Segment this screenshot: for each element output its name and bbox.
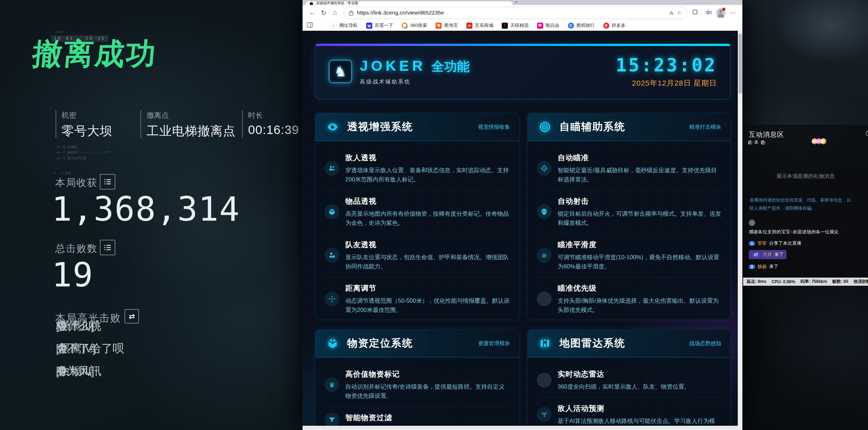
screen: - 8987 - ....... 19 93 - 20 35 撤离成功 机密 零… <box>0 0 868 430</box>
feature-title: 实时动态雷达 <box>558 369 690 379</box>
brand-logo-box: ♞ <box>329 60 352 83</box>
bookmark-hao123[interactable]: ✓ 网址导航 <box>330 22 358 29</box>
feature-aim-smoothness: ≋ 瞄准平滑度 可调节瞄准移动平滑度(10-100%)，避免不自然移动。默认设置… <box>537 233 721 277</box>
extensions-icon[interactable] <box>690 7 700 18</box>
card-module-tag: 精准打击模块 <box>689 124 721 130</box>
expand-arrows-icon <box>324 291 339 306</box>
event-action: 来了 <box>774 251 783 258</box>
page-header-card: ♞ JOKER 全功能 高级战术辅助系统 15:23:02 2025年12月28… <box>315 43 731 99</box>
kills-list-icon[interactable] <box>100 240 115 255</box>
chat-event-enter-highlight: 27 六月 来了 <box>749 250 787 259</box>
kill-rank: [白银III] <box>56 364 94 379</box>
stat-extraction-point: 撤离点 工业电梯撤离点 <box>140 110 236 138</box>
welcome-message: 感谢各位支持的宝宝~欢迎进场的各一位观众 <box>749 229 839 235</box>
360-search-icon <box>402 23 408 29</box>
bookmark-ctrip[interactable]: C 携程旅行 <box>568 22 595 29</box>
stat-label: 机密 <box>62 110 113 120</box>
address-bar[interactable]: https://link.3ceng.cn/view/d652235e A ☆ <box>344 7 687 19</box>
live-chat-panel: 互动消息区 0 0 0 0/22 0 <box>743 125 868 286</box>
back-button[interactable]: ← <box>307 7 318 18</box>
stat-mission: 机密 零号大坝 <box>56 110 113 138</box>
box-icon <box>324 204 339 219</box>
waves-icon: ≋ <box>537 248 552 263</box>
scrollbar-thumb[interactable] <box>738 34 742 94</box>
feature-auto-aim: 自动瞄准 智能锁定最近/最具威胁目标，毫秒级反应速度。支持优先级目标选择算法。 <box>537 147 721 190</box>
feature-aim-priority: 瞄准优先级 支持头部/胸部/身体优先级选择，最大化伤害输出。默认设置为头部优先模… <box>537 277 721 320</box>
stat-duration: 时长 00:16:39 <box>242 110 299 138</box>
card-radar-system: 地图雷达系统 战场态势感知 实时动态雷达 360度全向扫描，实时显示敌人、队友、… <box>527 329 731 430</box>
user-name: 杨杨 <box>758 263 767 270</box>
page-footer-strip: · · · <box>303 426 738 430</box>
skull-icon <box>537 204 552 219</box>
feature-desc: 高亮显示地图内所有有价值物资，按稀有度分类标记。传奇物品为金色，史诗为紫色。 <box>345 209 510 227</box>
feature-title: 物品透视 <box>345 196 510 206</box>
bookmarks-bar: ✓ 网址导航 百度一下 360搜索 淘 爱淘宝 JD 京东商城 <box>303 21 742 31</box>
level-badge: 1 <box>749 241 755 246</box>
brand-suffix: 全功能 <box>431 58 470 75</box>
bookmark-baidu[interactable]: 百度一下 <box>366 22 393 29</box>
bookmark-pdd[interactable]: 拼 拼多多 <box>603 22 626 29</box>
menu-icon[interactable]: ⋯ <box>728 7 738 18</box>
extraction-success-title: 撤离成功 <box>31 34 159 74</box>
feature-desc: 穿透墙体显示敌人位置、装备和状态信息，实时追踪动态。支持200米范围内所有敌人标… <box>345 165 510 184</box>
feature-desc: 锁定目标后自动开火，可调节射击频率与模式。支持单发、连发和爆发模式。 <box>558 209 721 227</box>
home-button[interactable]: ⌂ <box>329 7 341 18</box>
bookmark-360[interactable]: 360搜索 <box>402 22 427 29</box>
loot-list-icon[interactable] <box>100 174 115 190</box>
bookmark-jd[interactable]: JD 京东商城 <box>466 22 493 29</box>
map-pin-icon <box>537 335 553 351</box>
avatar <box>749 220 755 226</box>
target-icon <box>537 119 553 135</box>
date-label: 2025年12月28日 星期日 <box>616 78 717 88</box>
stream-status-bar: 延迟: 8ms CPU: 0.98% 码率: 756kb/s 帧数: 60 推流… <box>743 278 868 286</box>
new-tab-button[interactable]: + <box>512 0 521 5</box>
card-title: 透视增强系统 <box>347 120 413 134</box>
person-shield-icon <box>324 248 339 263</box>
card-loot-system: 物资定位系统 资源管理模块 ♛ 高价值物资标记 自动识别并标记传奇/史诗级装备，… <box>315 329 519 430</box>
profile-avatar[interactable] <box>716 8 725 17</box>
placeholder-circle-icon <box>537 291 552 306</box>
feature-title: 瞄准优先级 <box>558 283 721 293</box>
feature-title: 自动射击 <box>558 196 721 206</box>
read-aloud-icon[interactable]: A <box>670 10 673 16</box>
feature-desc: 支持头部/胸部/身体优先级选择，最大化伤害输出。默认设置为头部优先模式。 <box>558 296 721 314</box>
y-coordinate-tag: Y . 2.035 <box>54 172 71 175</box>
feature-enemy-prediction: 敌人活动预测 基于AI算法预测敌人移动路线与可能伏击点。学习敌人行为模 <box>537 397 721 430</box>
feature-title: 队友透视 <box>345 240 510 250</box>
feature-live-radar: 实时动态雷达 360度全向扫描，实时显示敌人、队友、物资位置。 <box>537 363 721 397</box>
feature-desc: 360度全向扫描，实时显示敌人、队友、物资位置。 <box>558 382 690 391</box>
card-vision-system: 透视增强系统 视觉情报收集 敌人透视 穿透墙体显示敌人位置、装备和状态信息，实时… <box>315 113 519 320</box>
knight-icon: ♞ <box>334 63 347 80</box>
lock-icon <box>349 10 353 16</box>
feature-desc: 显示队友位置与状态，包括生命值、护甲和装备情况。增强团队协同作战能力。 <box>345 252 510 271</box>
user-name: 管管 <box>758 240 767 246</box>
feature-title: 智能物资过滤 <box>345 413 392 423</box>
feature-title: 敌人活动预测 <box>558 403 715 413</box>
url-text: https://link.3ceng.cn/view/d652235e <box>357 10 666 16</box>
card-title: 自瞄辅助系统 <box>559 120 625 134</box>
card-module-tag: 战场态势感知 <box>689 340 721 347</box>
favorite-star-icon[interactable]: ☆ <box>677 10 682 16</box>
favorites-bar-icon[interactable] <box>703 7 714 18</box>
taobao-icon: 淘 <box>436 23 442 29</box>
feature-teammate-esp: 队友透视 显示队友位置与状态，包括生命值、护甲和装备情况。增强团队协同作战能力。 <box>324 233 510 277</box>
feature-title: 敌人透视 <box>345 153 510 163</box>
page-scrollbar[interactable] <box>738 31 742 430</box>
feature-title: 高价值物资标记 <box>345 369 510 379</box>
bookmark-tmall[interactable]: T 天猫精选 <box>502 22 529 29</box>
bookmark-vip[interactable]: 特 唯品会 <box>537 22 559 29</box>
gift-message-placeholder: 展示本场直播的礼物消息 <box>743 173 868 180</box>
feature-auto-fire: 自动射击 锁定目标后自动开火，可调节射击频率与模式。支持单发、连发和爆发模式。 <box>537 190 721 233</box>
card-aim-system: 自瞄辅助系统 精准打击模块 自动瞄准 智能锁定最近/最具威胁目标，毫秒级反应速度… <box>527 113 731 320</box>
user-name: 六月 <box>763 251 772 258</box>
refresh-button[interactable]: ↻ <box>318 7 329 18</box>
digital-clock: 15:23:02 <box>616 55 717 76</box>
crosshair-icon <box>537 161 552 176</box>
header-accent-bar <box>315 44 730 46</box>
bookmark-aitaobao[interactable]: 淘 爱淘宝 <box>436 22 458 29</box>
cpu-stat: CPU: 0.98% <box>771 279 795 284</box>
browser-tab[interactable]: 高级战术辅助系统 - 专业版 <box>305 1 513 5</box>
antenna-icon <box>537 407 552 422</box>
sidebar-icon[interactable] <box>307 22 313 29</box>
swap-icon[interactable]: ⇄ <box>125 309 139 324</box>
